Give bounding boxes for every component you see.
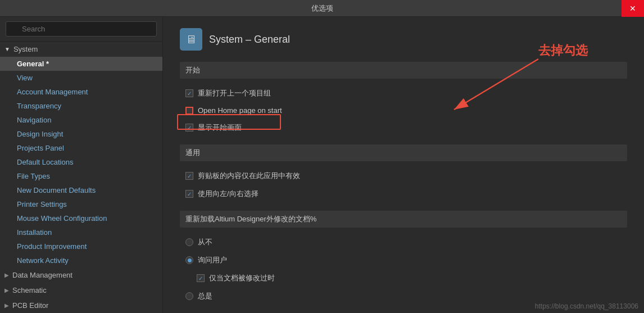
sidebar-item-printer-settings[interactable]: Printer Settings — [0, 197, 162, 211]
title-bar: 优选项 ✕ — [0, 0, 644, 17]
sidebar-item-projects-panel[interactable]: Projects Panel — [0, 141, 162, 155]
url-text: https://blog.csdn.net/qq_38113006 — [535, 302, 638, 310]
checkbox-only-when-modified[interactable] — [197, 274, 205, 282]
sidebar-item-general[interactable]: General * — [0, 57, 162, 71]
option-label-open-home-page: Open Home page on start — [198, 106, 282, 115]
sidebar-section-label-schematic: Schematic — [12, 286, 47, 294]
search-wrapper: 🔍 — [6, 21, 157, 37]
option-row-always: 总是 — [180, 288, 627, 304]
sidebar-section-label-data-management: Data Management — [12, 271, 72, 279]
checkbox-open-home-page[interactable] — [185, 107, 193, 115]
radio-always[interactable] — [185, 292, 193, 300]
checkbox-clipboard-local[interactable] — [185, 172, 193, 180]
sidebar-item-account-management[interactable]: Account Management — [0, 85, 162, 99]
option-row-ask-user: 询问用户 — [180, 252, 627, 268]
sidebar-section-label-system: System — [13, 45, 38, 53]
close-button[interactable]: ✕ — [622, 0, 644, 17]
triangle-icon-system: ▼ — [4, 46, 10, 52]
option-row-only-when-modified: 仅当文档被修改过时 — [180, 270, 627, 286]
checkbox-reopen-project-group[interactable] — [185, 89, 193, 97]
sidebar-item-installation[interactable]: Installation — [0, 225, 162, 239]
option-label-clipboard-local: 剪贴板的内容仅在此应用中有效 — [198, 171, 300, 181]
content-icon: 🖥 — [180, 28, 202, 51]
sidebar-item-network-activity[interactable]: Network Activity — [0, 253, 162, 267]
radio-never[interactable] — [185, 238, 193, 246]
checkbox-use-left-right[interactable] — [185, 190, 193, 198]
checkbox-show-startup-screen[interactable] — [185, 124, 193, 131]
option-label-only-when-modified: 仅当文档被修改过时 — [209, 273, 275, 283]
option-row-show-startup-screen: 显示开始画面 — [180, 120, 627, 135]
option-label-never: 从不 — [198, 237, 212, 247]
option-label-reopen-project-group: 重新打开上一个项目组 — [198, 88, 271, 98]
option-label-ask-user: 询问用户 — [198, 255, 227, 265]
option-label-always: 总是 — [198, 291, 212, 301]
content-sections: 开始重新打开上一个项目组Open Home page on start显示开始画… — [180, 62, 627, 304]
option-label-use-left-right: 使用向左/向右选择 — [198, 189, 258, 199]
sidebar-item-view[interactable]: View — [0, 71, 162, 85]
triangle-icon-pcb-editor: ▶ — [4, 302, 9, 309]
content-icon-glyph: 🖥 — [185, 33, 197, 46]
search-box: 🔍 — [0, 17, 162, 42]
sidebar-section-data-management[interactable]: ▶Data Management — [0, 267, 162, 283]
sidebar-section-system[interactable]: ▼System — [0, 42, 162, 57]
sidebar-item-new-document-defaults[interactable]: New Document Defaults — [0, 183, 162, 197]
content-area: 🖥 System – General 开始重新打开上一个项目组Open Home… — [163, 17, 644, 313]
option-row-clipboard-local: 剪贴板的内容仅在此应用中有效 — [180, 168, 627, 184]
triangle-icon-schematic: ▶ — [4, 287, 9, 293]
sidebar-section-label-pcb-editor: PCB Editor — [12, 301, 48, 310]
option-row-never: 从不 — [180, 234, 627, 250]
url-bar: https://blog.csdn.net/qq_38113006 — [535, 302, 638, 310]
sidebar-item-file-types[interactable]: File Types — [0, 169, 162, 183]
triangle-icon-data-management: ▶ — [4, 272, 9, 278]
tree-area: ▼SystemGeneral *ViewAccount ManagementTr… — [0, 42, 162, 313]
option-row-use-left-right: 使用向左/向右选择 — [180, 186, 627, 202]
section-reload: 重新加载Altium Designer外修改的文档%从不询问用户仅当文档被修改过… — [180, 211, 627, 304]
search-input[interactable] — [6, 21, 157, 37]
option-row-open-home-page: Open Home page on start — [180, 103, 627, 117]
sidebar-item-design-insight[interactable]: Design Insight — [0, 127, 162, 141]
section-header-general: 通用 — [180, 144, 627, 161]
content-title: System – General — [209, 34, 290, 46]
sidebar-item-product-improvement[interactable]: Product Improvement — [0, 239, 162, 253]
sidebar-item-mouse-wheel-configuration[interactable]: Mouse Wheel Configuration — [0, 211, 162, 225]
option-row-reopen-project-group: 重新打开上一个项目组 — [180, 85, 627, 101]
window-title: 优选项 — [311, 3, 333, 13]
section-header-startup: 开始 — [180, 62, 627, 79]
close-icon: ✕ — [629, 4, 636, 13]
radio-ask-user[interactable] — [185, 256, 193, 264]
main-container: 🔍 ▼SystemGeneral *ViewAccount Management… — [0, 17, 644, 313]
sidebar-item-default-locations[interactable]: Default Locations — [0, 155, 162, 169]
sidebar-section-schematic[interactable]: ▶Schematic — [0, 283, 162, 298]
section-startup: 开始重新打开上一个项目组Open Home page on start显示开始画… — [180, 62, 627, 135]
sidebar-item-transparency[interactable]: Transparency — [0, 99, 162, 113]
sidebar-item-navigation[interactable]: Navigation — [0, 113, 162, 127]
content-header: 🖥 System – General — [180, 28, 627, 51]
option-label-show-startup-screen: 显示开始画面 — [198, 123, 242, 133]
sidebar: 🔍 ▼SystemGeneral *ViewAccount Management… — [0, 17, 163, 313]
section-header-reload: 重新加载Altium Designer外修改的文档% — [180, 211, 627, 228]
section-general: 通用剪贴板的内容仅在此应用中有效使用向左/向右选择 — [180, 144, 627, 202]
sidebar-section-pcb-editor[interactable]: ▶PCB Editor — [0, 298, 162, 313]
